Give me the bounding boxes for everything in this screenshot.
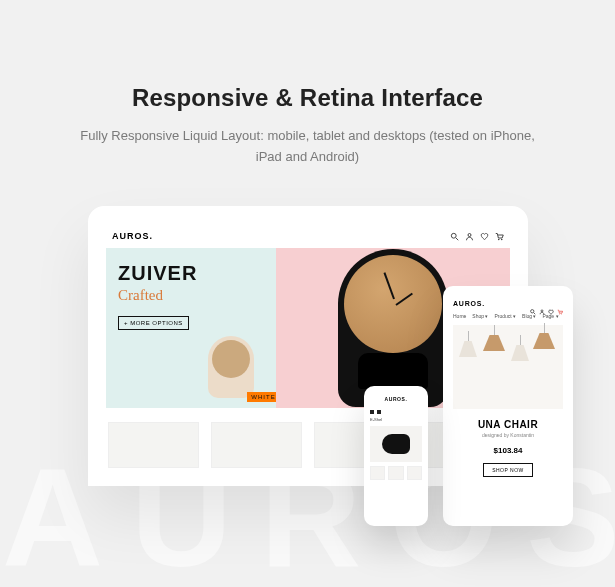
nav-link[interactable]: Home — [453, 313, 466, 319]
more-options-button[interactable]: + MORE OPTIONS — [118, 316, 189, 330]
pendant-lamp — [483, 335, 505, 363]
brand-logo[interactable]: AUROS. — [370, 396, 422, 402]
hero-brand-title: ZUIVER — [118, 262, 264, 285]
chair-shape — [382, 434, 410, 454]
product-designer: designed by Konstantin — [453, 432, 563, 438]
pendant-lamp — [511, 345, 529, 373]
tablet-nav: Home Shop ▾ Product ▾ Blog ▾ Page ▾ — [453, 313, 563, 319]
product-title: UNA CHAIR — [453, 419, 563, 430]
pendant-lamp — [459, 341, 477, 369]
svg-point-7 — [561, 313, 562, 314]
large-clock-product — [338, 249, 448, 407]
hero-script-tagline: Crafted — [118, 287, 264, 304]
product-price: $103.84 — [453, 446, 563, 455]
thumb[interactable] — [370, 466, 385, 480]
tablet-header: AUROS. — [453, 300, 563, 307]
nav-link[interactable]: Blog ▾ — [522, 313, 536, 319]
svg-point-6 — [559, 313, 560, 314]
brand-logo[interactable]: AUROS. — [453, 300, 485, 307]
thumb[interactable] — [388, 466, 403, 480]
product-card[interactable] — [211, 422, 302, 468]
nav-link[interactable]: Page ▾ — [542, 313, 558, 319]
page-title: Responsive & Retina Interface — [0, 84, 615, 112]
phone-product-label: E-Shel — [370, 417, 422, 422]
hero-left-panel: ZUIVER Crafted + MORE OPTIONS WHITE — [106, 248, 276, 408]
svg-point-2 — [498, 238, 500, 240]
thumb[interactable] — [407, 466, 422, 480]
cart-icon[interactable] — [495, 232, 504, 241]
phone-color-swatches[interactable] — [370, 410, 422, 414]
pendant-lamp — [533, 333, 555, 361]
svg-point-0 — [451, 233, 456, 238]
shop-now-button[interactable]: SHOP NOW — [483, 463, 533, 477]
tablet-hero — [453, 325, 563, 409]
phone-product-image — [370, 426, 422, 462]
laptop-header: AUROS. — [106, 224, 510, 248]
user-icon[interactable] — [465, 232, 474, 241]
product-card[interactable] — [108, 422, 199, 468]
svg-point-5 — [541, 309, 543, 311]
search-icon[interactable] — [450, 232, 459, 241]
cart-icon[interactable] — [557, 301, 563, 307]
small-clock-product — [208, 336, 254, 398]
phone-mockup: AUROS. E-Shel — [364, 386, 428, 526]
search-icon[interactable] — [530, 301, 536, 307]
brand-logo[interactable]: AUROS. — [112, 231, 153, 241]
svg-point-1 — [468, 233, 471, 236]
nav-link[interactable]: Shop ▾ — [472, 313, 488, 319]
svg-point-4 — [531, 309, 534, 312]
phone-thumbnails — [370, 466, 422, 480]
nav-link[interactable]: Product ▾ — [494, 313, 516, 319]
tablet-mockup: AUROS. Home Shop ▾ Product ▾ Blog ▾ Page… — [443, 286, 573, 526]
wishlist-icon[interactable] — [548, 301, 554, 307]
svg-point-3 — [501, 238, 503, 240]
wishlist-icon[interactable] — [480, 232, 489, 241]
user-icon[interactable] — [539, 301, 545, 307]
page-subtitle: Fully Responsive Liquid Layout: mobile, … — [73, 126, 543, 168]
